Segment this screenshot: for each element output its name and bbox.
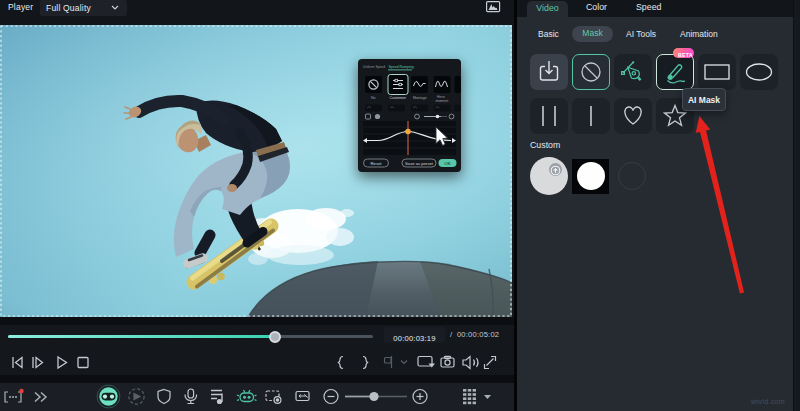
svg-text:Uniform Speed: Uniform Speed <box>363 65 385 69</box>
svg-text:Reset: Reset <box>371 161 383 166</box>
svg-text:Save as preset: Save as preset <box>405 161 434 166</box>
svg-text:Customize: Customize <box>390 96 407 100</box>
svg-text:moment: moment <box>436 99 449 103</box>
svg-text:Speed Ramping: Speed Ramping <box>389 65 414 69</box>
svg-text:Montage: Montage <box>413 96 427 100</box>
svg-text:OK: OK <box>444 161 450 166</box>
svg-text:Hero: Hero <box>437 95 445 99</box>
svg-text:No: No <box>371 96 376 100</box>
